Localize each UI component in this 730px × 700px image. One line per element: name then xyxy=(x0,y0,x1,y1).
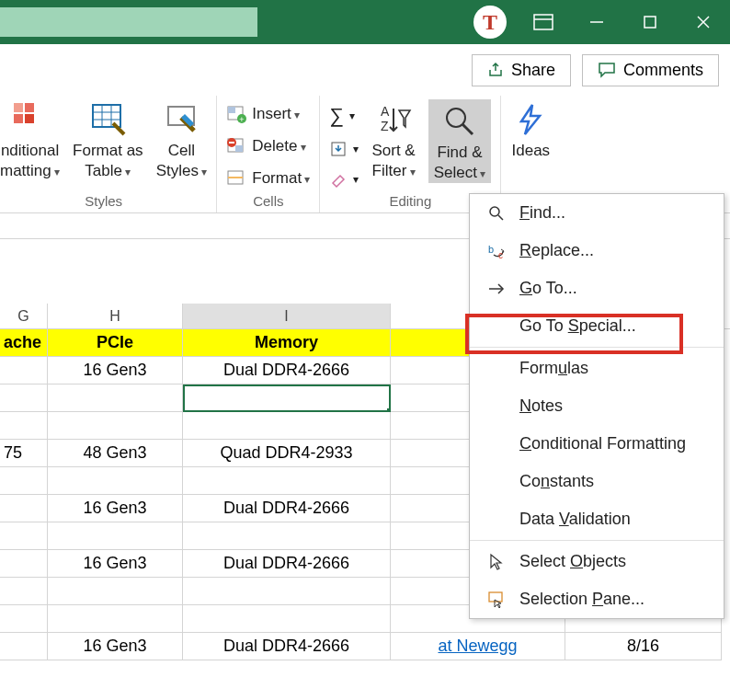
svg-rect-21 xyxy=(235,145,243,152)
svg-point-31 xyxy=(490,207,499,216)
conditional-formatting-icon xyxy=(10,99,51,140)
replace-icon: bc xyxy=(486,242,507,260)
cell-styles-icon xyxy=(161,99,201,140)
top-right-bar: Share Comments xyxy=(0,44,730,96)
col-header-i[interactable]: I xyxy=(183,304,391,328)
ideas-button[interactable]: Ideas xyxy=(510,99,551,160)
app-icon: T xyxy=(463,0,517,44)
menu-select-objects[interactable]: Select Objects xyxy=(470,543,724,580)
share-label: Share xyxy=(511,61,555,80)
ribbon-group-cells: + Insert Delete Format Cells xyxy=(217,96,320,212)
selection-pane-icon xyxy=(486,591,507,609)
svg-line-30 xyxy=(462,124,473,134)
cursor-icon xyxy=(486,553,507,571)
menu-find-label: Find... xyxy=(519,203,565,223)
format-button[interactable]: Format xyxy=(226,169,310,188)
menu-separator xyxy=(470,540,724,541)
app-icon-letter: T xyxy=(473,6,507,39)
title-bar: T xyxy=(0,0,730,44)
svg-line-32 xyxy=(498,215,503,220)
lightning-icon xyxy=(510,99,551,140)
svg-rect-3 xyxy=(644,17,656,28)
minimize-button[interactable] xyxy=(570,0,623,44)
menu-goto-special[interactable]: Go To Special... xyxy=(470,307,724,345)
svg-rect-7 xyxy=(25,103,34,112)
comments-label: Comments xyxy=(623,61,703,80)
menu-conditional-formatting[interactable]: Conditional Formatting xyxy=(470,425,724,463)
svg-text:Z: Z xyxy=(381,119,389,133)
header-memory[interactable]: Memory xyxy=(183,329,391,357)
arrow-right-icon xyxy=(486,280,507,298)
menu-goto[interactable]: Go To... xyxy=(470,270,724,307)
col-header-h[interactable]: H xyxy=(48,304,183,328)
svg-rect-25 xyxy=(228,177,243,178)
cell-styles-button[interactable]: Cell Styles xyxy=(156,99,208,179)
svg-rect-8 xyxy=(14,114,23,123)
col-header-g[interactable]: G xyxy=(0,304,48,328)
fill-down-icon xyxy=(329,140,348,158)
share-icon xyxy=(487,62,504,78)
svg-rect-9 xyxy=(25,114,34,123)
ribbon-display-options-button[interactable] xyxy=(517,0,570,44)
menu-notes-label: Notes xyxy=(519,396,563,416)
svg-text:b: b xyxy=(488,244,494,255)
menu-selectobjects-label: Select Objects xyxy=(519,552,626,571)
menu-constants-label: Constants xyxy=(519,472,594,491)
header-pcie[interactable]: PCIe xyxy=(48,329,183,357)
menu-data-validation[interactable]: Data Validation xyxy=(470,500,724,538)
find-select-button[interactable]: Find & Select xyxy=(428,99,492,183)
menu-constants[interactable]: Constants xyxy=(470,463,724,500)
active-cell[interactable] xyxy=(183,384,391,412)
svg-text:c: c xyxy=(498,250,503,260)
svg-rect-17 xyxy=(228,107,235,113)
table-row: 16 Gen3 Dual DDR4-2666 at Newegg 8/16 xyxy=(0,633,730,660)
eraser-icon xyxy=(329,170,348,189)
cells-group-label: Cells xyxy=(226,193,310,211)
search-icon xyxy=(486,204,507,223)
comments-button[interactable]: Comments xyxy=(582,54,719,86)
format-as-table-button[interactable]: Format as Table xyxy=(73,99,143,179)
menu-selectionpane-label: Selection Pane... xyxy=(519,590,644,609)
insert-button[interactable]: + Insert xyxy=(226,105,310,123)
clear-button[interactable]: ▾ xyxy=(329,170,359,189)
svg-rect-0 xyxy=(534,15,553,29)
menu-separator xyxy=(470,347,724,348)
close-button[interactable] xyxy=(677,0,730,44)
header-cache[interactable]: ache xyxy=(0,329,48,357)
menu-replace[interactable]: bc Replace... xyxy=(470,232,724,270)
sort-filter-icon: AZ xyxy=(373,99,414,140)
title-cell-highlight xyxy=(0,7,257,37)
menu-condfmt-label: Conditional Formatting xyxy=(519,434,686,453)
delete-button[interactable]: Delete xyxy=(226,137,310,155)
menu-formulas[interactable]: Formulas xyxy=(470,350,724,387)
fill-button[interactable]: ▾ xyxy=(329,140,359,158)
comment-icon xyxy=(598,62,616,78)
menu-goto-special-label: Go To Special... xyxy=(519,316,636,336)
editing-group-label: Editing xyxy=(329,193,491,211)
share-button[interactable]: Share xyxy=(472,54,571,86)
maximize-button[interactable] xyxy=(623,0,677,44)
sort-filter-button[interactable]: AZ Sort & Filter xyxy=(371,99,415,179)
find-select-menu: Find... bc Replace... Go To... Go To Spe… xyxy=(469,193,724,619)
format-as-table-icon xyxy=(87,99,128,140)
svg-rect-10 xyxy=(93,105,120,127)
menu-datavalidation-label: Data Validation xyxy=(519,510,631,529)
svg-text:A: A xyxy=(381,104,390,119)
menu-formulas-label: Formulas xyxy=(519,359,588,378)
menu-replace-label: Replace... xyxy=(519,241,594,260)
menu-notes[interactable]: Notes xyxy=(470,387,724,425)
find-select-icon xyxy=(439,101,480,142)
insert-icon: + xyxy=(226,105,246,123)
ribbon-group-styles: nditional matting Format as Table Cell S… xyxy=(0,96,217,212)
menu-goto-label: Go To... xyxy=(519,279,577,298)
menu-find[interactable]: Find... xyxy=(470,194,724,232)
menu-selection-pane[interactable]: Selection Pane... xyxy=(470,580,724,618)
delete-icon xyxy=(226,137,246,155)
svg-text:+: + xyxy=(240,115,245,123)
autosum-button[interactable]: ∑▾ xyxy=(329,104,359,128)
conditional-formatting-button[interactable]: nditional matting xyxy=(0,99,60,179)
sigma-icon: ∑ xyxy=(329,104,344,128)
styles-group-label: Styles xyxy=(0,193,207,211)
svg-rect-6 xyxy=(14,103,23,112)
format-icon xyxy=(226,169,246,188)
